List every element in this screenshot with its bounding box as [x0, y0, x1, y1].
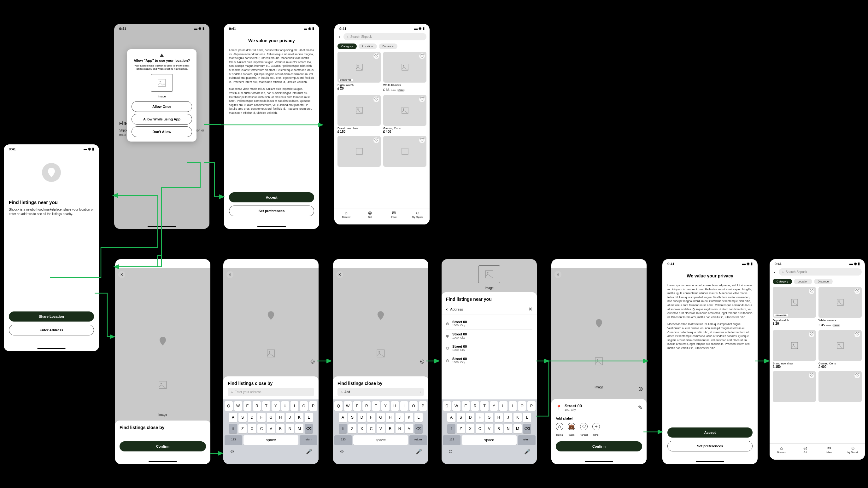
product-card[interactable]: ♡Brand new chair£ 150: [338, 95, 381, 133]
key-L[interactable]: L: [523, 413, 531, 422]
favorite-button[interactable]: ♡: [373, 137, 379, 143]
accept-button[interactable]: Accept: [668, 427, 752, 437]
key-K[interactable]: K: [295, 413, 303, 422]
enter-address-button[interactable]: Enter Address: [9, 325, 94, 335]
space-key[interactable]: space: [462, 435, 516, 445]
key-F[interactable]: F: [257, 413, 266, 422]
set-preferences-button[interactable]: Set preferences: [668, 441, 752, 451]
favorite-button[interactable]: ♡: [419, 53, 425, 59]
key-H[interactable]: H: [276, 413, 284, 422]
favorite-button[interactable]: ♡: [373, 53, 379, 59]
key-S[interactable]: S: [457, 413, 465, 422]
tab-profile[interactable]: ☺My Shpock: [841, 446, 865, 453]
product-card[interactable]: ♡: [818, 371, 862, 402]
favorite-button[interactable]: ♡: [809, 288, 814, 294]
key-Y[interactable]: Y: [272, 401, 280, 411]
pill-distance[interactable]: Distance: [814, 279, 833, 284]
space-key[interactable]: space: [244, 435, 298, 445]
key-K[interactable]: K: [405, 413, 413, 422]
key-L[interactable]: L: [414, 413, 423, 422]
key-V[interactable]: V: [267, 424, 275, 433]
key-Z[interactable]: Z: [239, 424, 247, 433]
key-A[interactable]: A: [339, 413, 347, 422]
edit-button[interactable]: ✎: [638, 404, 642, 411]
key-G[interactable]: G: [485, 413, 493, 422]
pill-location[interactable]: Location: [359, 43, 377, 49]
allow-once-button[interactable]: Allow Once: [131, 101, 192, 112]
key-B[interactable]: B: [276, 424, 284, 433]
key-V[interactable]: V: [485, 424, 493, 433]
key-X[interactable]: X: [248, 424, 256, 433]
key-U[interactable]: U: [391, 401, 399, 411]
search-input[interactable]: ⌕Search Shpock: [343, 33, 427, 40]
return-key[interactable]: return: [300, 435, 317, 445]
key-M[interactable]: M: [295, 424, 303, 433]
key-U[interactable]: U: [281, 401, 289, 411]
key-Z[interactable]: Z: [348, 424, 356, 433]
favorite-button[interactable]: ♡: [419, 137, 425, 143]
tab-discover[interactable]: ⌂Discover: [334, 210, 358, 218]
tab-sell[interactable]: ◎Sell: [358, 210, 382, 218]
key-Q[interactable]: Q: [224, 401, 233, 411]
key-Y[interactable]: Y: [490, 401, 498, 411]
key-O[interactable]: O: [409, 401, 417, 411]
confirm-button[interactable]: Confirm: [120, 441, 206, 451]
key-N[interactable]: N: [504, 424, 512, 433]
key-K[interactable]: K: [514, 413, 522, 422]
close-button[interactable]: ✕: [555, 271, 561, 278]
chevron-left-icon[interactable]: ‹: [446, 306, 447, 312]
backspace-key[interactable]: ⌫: [523, 424, 531, 433]
product-card[interactable]: ♡: [773, 371, 816, 402]
key-X[interactable]: X: [466, 424, 474, 433]
key-A[interactable]: A: [447, 413, 456, 422]
key-J[interactable]: J: [396, 413, 404, 422]
key-T[interactable]: T: [372, 401, 380, 411]
key-I[interactable]: I: [290, 401, 299, 411]
close-button[interactable]: ✕: [226, 271, 234, 278]
accept-button[interactable]: Accept: [229, 192, 314, 202]
key-R[interactable]: R: [471, 401, 479, 411]
key-B[interactable]: B: [495, 424, 503, 433]
key-X[interactable]: X: [358, 424, 366, 433]
address-option[interactable]: ◎Street 001000, City: [446, 330, 532, 342]
share-location-button[interactable]: Share Location: [9, 312, 94, 322]
product-card[interactable]: ♡Gaming Cons£ 400: [818, 330, 862, 368]
pill-location[interactable]: Location: [794, 279, 812, 284]
address-option[interactable]: ◎Street 001000, City: [446, 318, 532, 330]
key-S[interactable]: S: [348, 413, 356, 422]
key-H[interactable]: H: [495, 413, 503, 422]
key-L[interactable]: L: [305, 413, 313, 422]
key-F[interactable]: F: [476, 413, 484, 422]
address-input[interactable]: ⌕Enter your address: [228, 388, 314, 396]
locate-me-button[interactable]: ◎: [310, 358, 315, 364]
product-card[interactable]: ♡: [383, 136, 427, 167]
key-I[interactable]: I: [509, 401, 517, 411]
dont-allow-button[interactable]: Don't Allow: [131, 126, 192, 137]
product-card[interactable]: ♡Brand new chair£ 150: [773, 330, 816, 368]
key-Z[interactable]: Z: [457, 424, 465, 433]
tab-profile[interactable]: ☺My Shpock: [406, 210, 430, 218]
key-V[interactable]: V: [377, 424, 385, 433]
backspace-key[interactable]: ⌫: [305, 424, 313, 433]
favorite-button[interactable]: ♡: [419, 96, 425, 102]
key-C[interactable]: C: [367, 424, 375, 433]
product-card[interactable]: ♡PROMOTEDDigital watch£ 20: [338, 52, 381, 92]
label-chip-partner[interactable]: ♡Partner: [580, 423, 588, 437]
shift-key[interactable]: ⇧: [339, 424, 347, 433]
shift-key[interactable]: ⇧: [447, 424, 456, 433]
key-D[interactable]: D: [358, 413, 366, 422]
address-option[interactable]: ◎Street 001000, City: [446, 342, 532, 354]
product-card[interactable]: ♡White trainers£ 35 £ 70 -50%: [383, 52, 427, 92]
key-M[interactable]: M: [405, 424, 413, 433]
close-button[interactable]: ✕: [336, 271, 343, 278]
favorite-button[interactable]: ♡: [809, 332, 814, 337]
num-key[interactable]: 123: [224, 435, 242, 445]
key-G[interactable]: G: [377, 413, 385, 422]
num-key[interactable]: 123: [334, 435, 352, 445]
pill-category[interactable]: Category: [773, 279, 792, 284]
key-N[interactable]: N: [286, 424, 294, 433]
return-key[interactable]: return: [518, 435, 535, 445]
label-chip-home[interactable]: ⌂Home: [556, 423, 563, 437]
tab-inbox[interactable]: ✉Inbox: [382, 210, 406, 218]
key-Q[interactable]: Q: [443, 401, 451, 411]
